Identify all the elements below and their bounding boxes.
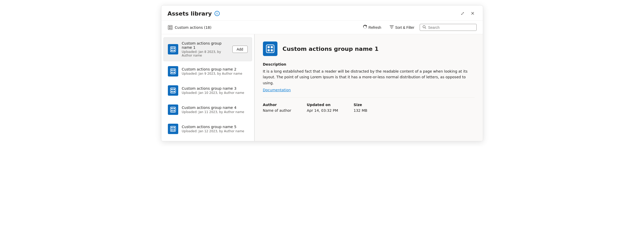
refresh-label: Refresh xyxy=(369,25,381,30)
meta-updated: Updated on Apr 14, 03:32 PM xyxy=(307,103,338,113)
svg-rect-9 xyxy=(171,50,173,51)
list-item-sub-3: Uploaded: Jan 11 2023, by Author name xyxy=(182,110,248,114)
filter-icon xyxy=(390,25,394,30)
svg-rect-14 xyxy=(171,72,173,73)
assets-library-panel: Assets library i ⤢ ✕ Custom actions (18) xyxy=(161,5,483,141)
svg-rect-8 xyxy=(173,47,175,49)
section-label-area: Custom actions (18) xyxy=(168,25,212,30)
svg-rect-32 xyxy=(268,46,270,48)
documentation-link[interactable]: Documentation xyxy=(263,88,291,92)
list-item-name-4: Custom actions group name 5 xyxy=(182,125,248,129)
list-item-info-4: Custom actions group name 5 Uploaded: Ja… xyxy=(182,125,248,133)
main-content: Custom actions group name 1 Uploaded: Ja… xyxy=(161,34,483,141)
search-icon xyxy=(423,25,426,30)
list-item-sub-0: Uploaded: Jan 8 2023, by Author name xyxy=(182,50,229,57)
list-item-info-3: Custom actions group name 4 Uploaded: Ja… xyxy=(182,106,248,114)
list-item-icon-3 xyxy=(168,104,178,115)
updated-label: Updated on xyxy=(307,103,338,107)
panel-header: Assets library i ⤢ ✕ xyxy=(161,5,483,21)
updated-value: Apr 14, 03:32 PM xyxy=(307,108,338,113)
svg-rect-2 xyxy=(170,26,171,27)
search-input[interactable] xyxy=(428,25,474,30)
meta-table: Author Name of author Updated on Apr 14,… xyxy=(263,103,475,113)
add-button[interactable]: Add xyxy=(232,46,248,53)
svg-rect-22 xyxy=(171,108,173,109)
expand-button[interactable]: ⤢ xyxy=(459,10,467,17)
list-item-icon-2 xyxy=(168,85,178,96)
toolbar: Custom actions (18) Refresh Sort & Filte… xyxy=(161,21,483,34)
svg-rect-21 xyxy=(170,107,176,112)
svg-rect-35 xyxy=(271,49,273,51)
panel-title: Assets library xyxy=(168,10,212,17)
svg-rect-30 xyxy=(173,129,175,131)
list-item-info-0: Custom actions group name 1 Uploaded: Ja… xyxy=(182,41,229,57)
size-value: 132 MB xyxy=(354,108,367,113)
sort-filter-button[interactable]: Sort & Filter xyxy=(387,23,418,31)
svg-rect-1 xyxy=(169,26,170,27)
detail-title: Custom actions group name 1 xyxy=(283,46,379,52)
refresh-icon xyxy=(363,25,367,30)
list-item-icon-4 xyxy=(168,124,178,134)
svg-rect-18 xyxy=(173,89,175,90)
list-item-sub-2: Uploaded: Jan 10 2023, by Author name xyxy=(182,91,248,95)
svg-rect-15 xyxy=(173,72,175,73)
svg-rect-24 xyxy=(171,110,173,112)
list-item-name-2: Custom actions group name 3 xyxy=(182,86,248,90)
svg-rect-23 xyxy=(173,108,175,109)
list-item-name-3: Custom actions group name 4 xyxy=(182,106,248,110)
list-item-icon-1 xyxy=(168,66,178,76)
svg-rect-0 xyxy=(168,25,172,30)
refresh-button[interactable]: Refresh xyxy=(360,23,384,31)
svg-rect-7 xyxy=(171,47,173,49)
description-section: Description It is a long established fac… xyxy=(263,62,475,92)
svg-rect-12 xyxy=(171,69,173,71)
author-label: Author xyxy=(263,103,291,107)
svg-rect-16 xyxy=(170,88,176,93)
detail-icon xyxy=(263,41,277,56)
close-button[interactable]: ✕ xyxy=(469,10,477,17)
svg-rect-31 xyxy=(266,45,274,53)
svg-rect-27 xyxy=(171,127,173,129)
list-item-sub-1: Uploaded: Jan 9 2023, by Author name xyxy=(182,72,248,75)
meta-size: Size 132 MB xyxy=(354,103,367,113)
list-item-icon-0 xyxy=(168,44,178,54)
description-text: It is a long established fact that a rea… xyxy=(263,68,475,86)
detail-header: Custom actions group name 1 xyxy=(263,41,475,56)
svg-rect-25 xyxy=(173,110,175,112)
svg-rect-34 xyxy=(268,49,270,51)
list-item[interactable]: Custom actions group name 4 Uploaded: Ja… xyxy=(163,101,252,119)
list-item[interactable]: Custom actions group name 1 Uploaded: Ja… xyxy=(163,37,252,61)
panel-title-area: Assets library i xyxy=(168,10,220,17)
section-label: Custom actions (18) xyxy=(175,25,212,30)
svg-rect-28 xyxy=(173,127,175,129)
list-item-info-2: Custom actions group name 3 Uploaded: Ja… xyxy=(182,86,248,95)
list-item-name-0: Custom actions group name 1 xyxy=(182,41,229,50)
svg-rect-33 xyxy=(271,46,273,48)
list-item[interactable]: Custom actions group name 5 Uploaded: Ja… xyxy=(163,120,252,138)
svg-rect-6 xyxy=(170,47,176,52)
list-item-sub-4: Uploaded: Jan 12 2023, by Author name xyxy=(182,129,248,133)
divider xyxy=(263,97,475,97)
list-item[interactable]: Custom actions group name 2 Uploaded: Ja… xyxy=(163,62,252,80)
size-label: Size xyxy=(354,103,367,107)
list-item-name-1: Custom actions group name 2 xyxy=(182,67,248,71)
svg-rect-3 xyxy=(169,28,170,29)
header-actions: ⤢ ✕ xyxy=(459,10,477,17)
custom-actions-icon xyxy=(168,25,173,30)
description-label: Description xyxy=(263,62,475,66)
search-box[interactable] xyxy=(420,24,477,31)
list-item[interactable]: Custom actions group name 3 Uploaded: Ja… xyxy=(163,81,252,100)
detail-panel: Custom actions group name 1 Description … xyxy=(255,34,483,141)
svg-rect-20 xyxy=(173,91,175,93)
svg-rect-19 xyxy=(171,91,173,93)
svg-rect-29 xyxy=(171,129,173,131)
assets-list: Custom actions group name 1 Uploaded: Ja… xyxy=(161,34,255,141)
svg-rect-13 xyxy=(173,69,175,71)
sort-filter-label: Sort & Filter xyxy=(395,25,414,30)
svg-rect-17 xyxy=(171,89,173,90)
info-icon[interactable]: i xyxy=(214,11,220,16)
svg-rect-11 xyxy=(170,69,176,74)
meta-author: Author Name of author xyxy=(263,103,291,113)
author-value: Name of author xyxy=(263,108,291,113)
svg-rect-10 xyxy=(173,50,175,51)
